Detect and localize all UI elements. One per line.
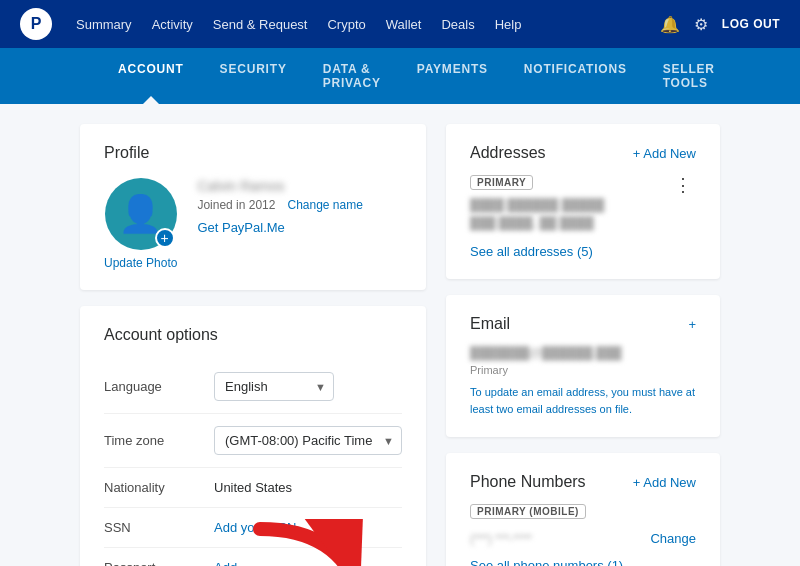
email-title: Email (470, 315, 510, 333)
email-card: Email + ███████@██████.███ Primary To up… (446, 295, 720, 437)
avatar-add-icon[interactable]: + (155, 228, 175, 248)
see-all-phones-link[interactable]: See all phone numbers (1) (470, 558, 696, 566)
email-label: Primary (470, 364, 696, 376)
phone-row: (***) ***-**** Change (470, 531, 696, 546)
nav-deals[interactable]: Deals (441, 17, 474, 32)
bell-icon[interactable]: 🔔 (660, 15, 680, 34)
gear-icon[interactable]: ⚙ (694, 15, 708, 34)
update-photo-link[interactable]: Update Photo (104, 256, 177, 270)
language-row: Language English ▼ (104, 360, 402, 414)
add-phone-link[interactable]: + Add New (633, 475, 696, 490)
addresses-header: Addresses + Add New (470, 144, 696, 162)
language-select-wrap: English ▼ (214, 372, 334, 401)
account-options-card: Account options Language English ▼ Time … (80, 306, 426, 566)
profile-card: Profile 👤 + Update Photo Calvin Ramos Jo… (80, 124, 426, 290)
profile-section-title: Profile (104, 144, 402, 162)
language-label: Language (104, 379, 214, 394)
left-column: Profile 👤 + Update Photo Calvin Ramos Jo… (80, 124, 426, 566)
nav-activity[interactable]: Activity (152, 17, 193, 32)
nav-send-request[interactable]: Send & Request (213, 17, 308, 32)
address-content: PRIMARY ████ ██████ █████ ███ ████, ██ █… (470, 174, 670, 232)
addresses-title: Addresses (470, 144, 546, 162)
nationality-row: Nationality United States (104, 468, 402, 508)
top-nav-right: 🔔 ⚙ LOG OUT (660, 15, 780, 34)
profile-section: 👤 + Update Photo Calvin Ramos Joined in … (104, 178, 402, 270)
subnav-security[interactable]: SECURITY (202, 48, 305, 104)
phone-title: Phone Numbers (470, 473, 586, 491)
email-note: To update an email address, you must hav… (470, 384, 696, 417)
get-paypalme-link[interactable]: Get PayPal.Me (197, 220, 284, 235)
address-line2: ███ ████, ██ ████ (470, 214, 594, 232)
nav-crypto[interactable]: Crypto (327, 17, 365, 32)
subnav-data-privacy[interactable]: DATA & PRIVACY (305, 48, 399, 104)
timezone-select-wrap: (GMT-08:00) Pacific Time ▼ (214, 426, 402, 455)
subnav-notifications[interactable]: NOTIFICATIONS (506, 48, 645, 104)
address-primary-badge: PRIMARY (470, 175, 533, 190)
timezone-label: Time zone (104, 433, 214, 448)
subnav-account[interactable]: ACCOUNT (100, 48, 202, 104)
joined-text: Joined in 2012 (197, 198, 275, 212)
ssn-label: SSN (104, 520, 214, 535)
right-column: Addresses + Add New PRIMARY ████ ██████ … (446, 124, 720, 566)
language-value: English ▼ (214, 372, 402, 401)
ssn-row: SSN Add your SSN (104, 508, 402, 548)
nationality-label: Nationality (104, 480, 214, 495)
phone-header: Phone Numbers + Add New (470, 473, 696, 491)
timezone-row: Time zone (GMT-08:00) Pacific Time ▼ (104, 414, 402, 468)
phone-card: Phone Numbers + Add New PRIMARY (MOBILE)… (446, 453, 720, 566)
change-name-link[interactable]: Change name (287, 198, 362, 212)
see-all-addresses-link[interactable]: See all addresses (5) (470, 244, 696, 259)
avatar-wrap: 👤 + Update Photo (104, 178, 177, 270)
address-line1: ████ ██████ █████ (470, 196, 604, 214)
joined-row: Joined in 2012 Change name (197, 198, 402, 212)
subnav-payments[interactable]: PAYMENTS (399, 48, 506, 104)
timezone-value: (GMT-08:00) Pacific Time ▼ (214, 426, 402, 455)
passport-link[interactable]: Add (214, 560, 237, 566)
email-address: ███████@██████.███ (470, 346, 622, 360)
top-nav: P Summary Activity Send & Request Crypto… (0, 0, 800, 48)
phone-primary-badge: PRIMARY (MOBILE) (470, 504, 586, 519)
logout-button[interactable]: LOG OUT (722, 17, 780, 31)
top-nav-links: Summary Activity Send & Request Crypto W… (76, 17, 660, 32)
address-menu-icon[interactable]: ⋮ (670, 174, 696, 196)
nav-wallet[interactable]: Wallet (386, 17, 422, 32)
add-address-link[interactable]: + Add New (633, 146, 696, 161)
ssn-link[interactable]: Add your SSN (214, 520, 296, 535)
sub-nav: ACCOUNT SECURITY DATA & PRIVACY PAYMENTS… (0, 48, 800, 104)
email-header: Email + (470, 315, 696, 333)
address-row: PRIMARY ████ ██████ █████ ███ ████, ██ █… (470, 174, 696, 232)
avatar-person-icon: 👤 (118, 193, 163, 235)
paypal-logo: P (20, 8, 52, 40)
timezone-select[interactable]: (GMT-08:00) Pacific Time (214, 426, 402, 455)
passport-label: Passport (104, 560, 214, 566)
account-options-title: Account options (104, 326, 402, 344)
nav-help[interactable]: Help (495, 17, 522, 32)
phone-number: (***) ***-**** (470, 532, 532, 546)
add-email-link[interactable]: + (688, 317, 696, 332)
nationality-value: United States (214, 480, 402, 495)
profile-name: Calvin Ramos (197, 178, 402, 194)
avatar[interactable]: 👤 + (105, 178, 177, 250)
passport-row: Passport Add (104, 548, 402, 566)
nav-summary[interactable]: Summary (76, 17, 132, 32)
addresses-card: Addresses + Add New PRIMARY ████ ██████ … (446, 124, 720, 279)
profile-info: Calvin Ramos Joined in 2012 Change name … (197, 178, 402, 235)
subnav-seller-tools[interactable]: SELLER TOOLS (645, 48, 733, 104)
language-select[interactable]: English (214, 372, 334, 401)
main-content: Profile 👤 + Update Photo Calvin Ramos Jo… (0, 104, 800, 566)
change-phone-link[interactable]: Change (650, 531, 696, 546)
